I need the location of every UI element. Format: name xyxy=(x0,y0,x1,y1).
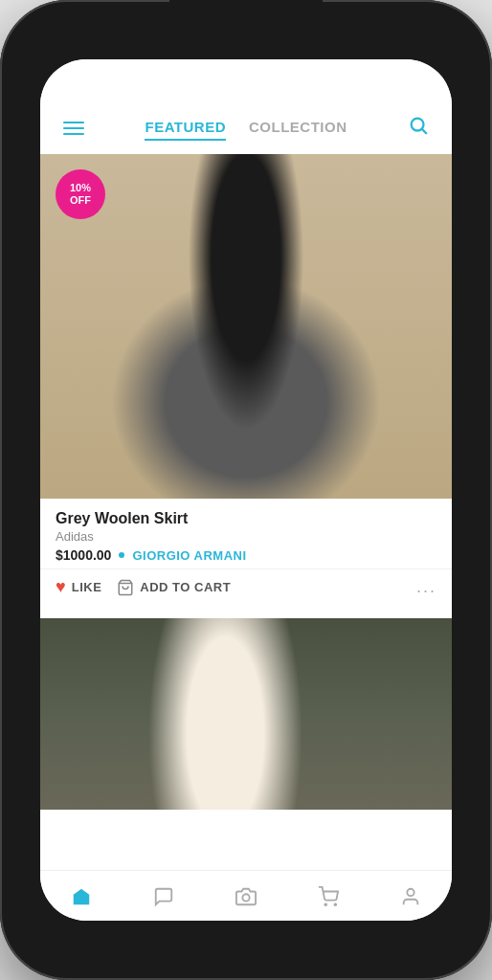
notch xyxy=(169,0,323,27)
product-image-2[interactable] xyxy=(40,618,452,810)
bottom-nav-camera[interactable] xyxy=(226,882,266,911)
product-image-container-1[interactable]: 10% OFF xyxy=(40,154,452,499)
discount-percent: 10% xyxy=(70,182,91,194)
svg-point-6 xyxy=(407,889,414,896)
chat-icon xyxy=(153,886,174,907)
bottom-nav xyxy=(40,870,452,921)
discount-badge: 10% OFF xyxy=(56,169,105,219)
product-card-1: 10% OFF Grey Woolen Skirt Adidas $1000.0… xyxy=(40,154,452,611)
hamburger-menu[interactable] xyxy=(59,118,88,139)
phone-screen: FEATURED COLLECTION 10% xyxy=(40,59,452,921)
cart-icon-nav xyxy=(318,886,339,907)
search-button[interactable] xyxy=(404,111,433,145)
product-price-1: $1000.00 xyxy=(56,547,111,563)
like-label: LIKE xyxy=(72,580,102,594)
product-name-1: Grey Woolen Skirt xyxy=(56,510,436,527)
product-price-row-1: $1000.00 GIORGIO ARMANI xyxy=(56,547,436,563)
profile-icon xyxy=(400,886,421,907)
status-bar xyxy=(40,59,452,101)
nav-tabs: FEATURED COLLECTION xyxy=(88,115,404,141)
top-nav: FEATURED COLLECTION xyxy=(40,101,452,154)
more-options-button[interactable]: ... xyxy=(416,577,436,597)
product-brand-1: Adidas xyxy=(56,529,436,544)
svg-point-5 xyxy=(334,903,336,905)
home-icon xyxy=(71,886,92,907)
discount-off: OFF xyxy=(70,194,91,207)
content-scroll[interactable]: 10% OFF Grey Woolen Skirt Adidas $1000.0… xyxy=(40,154,452,870)
bottom-nav-cart[interactable] xyxy=(308,882,348,911)
tab-featured[interactable]: FEATURED xyxy=(145,115,226,141)
bottom-nav-chat[interactable] xyxy=(144,882,184,911)
like-button[interactable]: ♥ LIKE xyxy=(56,577,101,597)
add-to-cart-button[interactable]: ADD TO CART xyxy=(117,579,231,596)
svg-point-4 xyxy=(324,903,326,905)
heart-icon: ♥ xyxy=(56,577,66,597)
svg-line-1 xyxy=(422,129,426,133)
fashion-figure-dress xyxy=(40,618,452,810)
price-dot-1 xyxy=(119,552,124,558)
tab-collection[interactable]: COLLECTION xyxy=(249,115,347,141)
cart-label: ADD TO CART xyxy=(140,580,231,594)
product-actions-1: ♥ LIKE ADD TO CART ... xyxy=(40,568,452,611)
bottom-nav-home[interactable] xyxy=(61,882,101,911)
product-designer-1: GIORGIO ARMANI xyxy=(132,548,246,563)
phone-frame: FEATURED COLLECTION 10% xyxy=(0,0,492,980)
bottom-nav-profile[interactable] xyxy=(391,882,431,911)
camera-icon xyxy=(235,886,257,907)
svg-point-3 xyxy=(242,894,249,901)
product-card-2 xyxy=(40,618,452,810)
product-info-1: Grey Woolen Skirt Adidas $1000.00 GIORGI… xyxy=(40,499,452,568)
